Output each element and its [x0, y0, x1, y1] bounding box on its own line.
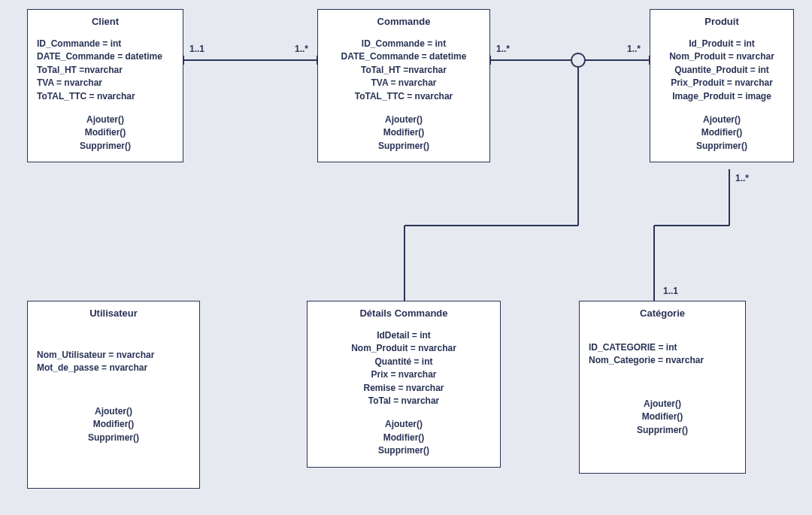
mult-produit-side: 1..*: [627, 44, 641, 54]
entity-categorie-methods: Ajouter() Modifier() Supprimer(): [589, 398, 736, 437]
entity-client: Client ID_Commande = int DATE_Commande =…: [27, 9, 183, 162]
entity-commande-name: Commande: [327, 16, 480, 27]
entity-produit-methods: Ajouter() Modifier() Supprimer(): [659, 114, 784, 153]
mult-client-side: 1..1: [189, 44, 205, 54]
entity-client-name: Client: [37, 16, 174, 27]
entity-client-methods: Ajouter() Modifier() Supprimer(): [37, 114, 174, 153]
entity-client-attrs: ID_Commande = int DATE_Commande = dateti…: [37, 38, 174, 103]
entity-commande: Commande ID_Commande = int DATE_Commande…: [317, 9, 490, 162]
mult-categorie-top: 1..1: [663, 286, 678, 296]
mult-commande-side-right: 1..*: [496, 44, 510, 54]
entity-details-commande: Détails Commande IdDetail = int Nom_Prod…: [307, 301, 501, 468]
entity-produit: Produit Id_Produit = int Nom_Produit = n…: [650, 9, 794, 162]
mult-produit-bottom: 1..*: [735, 173, 749, 183]
entity-categorie-attrs: ID_CATEGORIE = int Nom_Categorie = nvarc…: [589, 341, 736, 368]
entity-utilisateur-methods: Ajouter() Modifier() Supprimer(): [37, 405, 190, 444]
entity-produit-name: Produit: [659, 16, 784, 27]
entity-utilisateur: Utilisateur Nom_Utilisateur = nvarchar M…: [27, 301, 200, 489]
entity-commande-methods: Ajouter() Modifier() Supprimer(): [327, 114, 480, 153]
entity-details-methods: Ajouter() Modifier() Supprimer(): [317, 418, 491, 457]
entity-categorie-name: Catégorie: [589, 307, 736, 319]
entity-details-name: Détails Commande: [317, 307, 491, 319]
svg-point-7: [571, 53, 585, 67]
entity-commande-attrs: ID_Commande = int DATE_Commande = dateti…: [327, 38, 480, 103]
entity-produit-attrs: Id_Produit = int Nom_Produit = nvarchar …: [659, 38, 784, 103]
mult-commande-side-left: 1..*: [295, 44, 308, 54]
entity-utilisateur-name: Utilisateur: [37, 307, 190, 319]
entity-details-attrs: IdDetail = int Nom_Produit = nvarchar Qu…: [317, 329, 491, 407]
entity-utilisateur-attrs: Nom_Utilisateur = nvarchar Mot_de_passe …: [37, 349, 190, 375]
entity-categorie: Catégorie ID_CATEGORIE = int Nom_Categor…: [579, 301, 746, 474]
